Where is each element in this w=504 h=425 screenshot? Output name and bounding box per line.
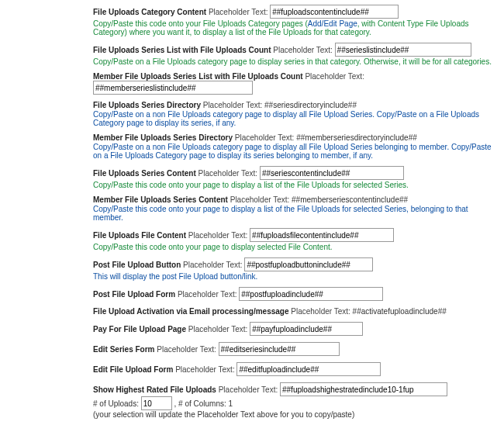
placeholder-label: Placeholder Text: xyxy=(273,46,334,54)
show-highest-rated-block: Show Highest Rated File Uploads Placehol… xyxy=(6,381,498,423)
highest-rated-columns-value: 1 xyxy=(229,399,233,408)
item-title: Pay For File Upload Page xyxy=(93,325,188,333)
item-title: File Uploads Series List with File Uploa… xyxy=(93,46,273,54)
item-title: Post File Upload Button xyxy=(93,261,183,269)
placeholder-label: Placeholder Text: xyxy=(230,195,292,204)
item-title: Member File Uploads Series Content xyxy=(93,195,230,204)
placeholder-label: Placeholder Text: xyxy=(188,231,250,240)
item-description: Copy/Paste this code onto your File Uplo… xyxy=(93,19,498,36)
placeholder-input[interactable] xyxy=(239,287,383,301)
item-title: File Uploads Category Content xyxy=(93,8,209,16)
placeholder-input[interactable] xyxy=(236,362,381,376)
item-title: File Uploads Series Directory xyxy=(93,101,203,109)
placeholder-input[interactable] xyxy=(335,43,471,57)
placeholder-input[interactable] xyxy=(250,228,394,242)
placeholder-value: ##memberseriescontentinclude## xyxy=(292,195,408,204)
placeholder-block: Member File Uploads Series Content Place… xyxy=(6,194,498,226)
placeholder-block: Member File Uploads Series Directory Pla… xyxy=(6,132,498,164)
item-description: Copy/Paste on a non File Uploads categor… xyxy=(93,142,498,160)
placeholder-label: Placeholder Text: xyxy=(235,133,296,142)
placeholder-input[interactable] xyxy=(244,257,373,271)
placeholder-label: Placeholder Text: xyxy=(157,345,218,354)
placeholder-block: File Upload Activation via Email process… xyxy=(6,306,498,320)
placeholder-value: ##activatefuploadinclude## xyxy=(353,307,447,316)
placeholder-block: Edit File Upload Form Placeholder Text: xyxy=(6,361,498,381)
highest-rated-placeholder-input[interactable] xyxy=(280,382,447,396)
placeholder-label: Placeholder Text: xyxy=(209,8,270,16)
placeholder-block: Edit Series Form Placeholder Text: xyxy=(6,340,498,361)
item-title: Post File Upload Form xyxy=(93,290,178,299)
item-description: Copy/Paste this code onto your page to d… xyxy=(93,204,498,222)
placeholder-block: File Uploads Series Directory Placeholde… xyxy=(6,99,498,132)
placeholder-value: ##seriesdirectoryinclude## xyxy=(264,101,357,109)
placeholder-block: File Uploads Series List with File Uploa… xyxy=(6,41,498,71)
highest-rated-uploads-input[interactable] xyxy=(141,396,172,410)
item-description: Copy/Paste this code onto your page to d… xyxy=(93,242,498,251)
placeholder-input[interactable] xyxy=(250,322,363,336)
placeholder-label: Placeholder Text: xyxy=(183,261,244,269)
placeholder-label: Placeholder Text: xyxy=(188,325,250,333)
item-description: This will display the post File Upload b… xyxy=(93,271,498,281)
placeholder-label: Placeholder Text: xyxy=(198,169,260,178)
columns-label: , # of Columns: xyxy=(174,399,226,408)
placeholder-block: File Uploads Category Content Placeholde… xyxy=(6,3,498,41)
placeholder-label: Placeholder Text: xyxy=(291,307,352,316)
placeholder-block: Post File Upload Form Placeholder Text: xyxy=(6,285,498,306)
placeholder-block: Post File Upload Button Placeholder Text… xyxy=(6,256,498,285)
placeholder-input[interactable] xyxy=(260,166,404,180)
item-title: Member File Uploads Series List with Fil… xyxy=(93,72,305,81)
placeholder-label: Placeholder Text: xyxy=(305,72,364,81)
placeholder-label: Placeholder Text: xyxy=(175,365,236,374)
placeholder-label: Placeholder Text: xyxy=(219,385,278,394)
placeholder-block: Pay For File Upload Page Placeholder Tex… xyxy=(6,320,498,340)
item-title: Member File Uploads Series Directory xyxy=(93,133,235,142)
placeholder-input[interactable] xyxy=(219,342,340,356)
placeholder-input[interactable] xyxy=(270,5,399,19)
item-description: Copy/Paste this code onto your page to d… xyxy=(93,180,498,189)
item-title: Show Highest Rated File Uploads xyxy=(93,385,216,394)
placeholder-block: Member File Uploads Series List with Fil… xyxy=(6,71,498,99)
placeholder-label: Placeholder Text: xyxy=(178,290,239,299)
item-description: Copy/Paste on a non File Uploads categor… xyxy=(93,109,498,127)
placeholder-block: File Uploads File Content Placeholder Te… xyxy=(6,226,498,256)
placeholder-input[interactable] xyxy=(93,81,253,95)
item-title: Edit Series Form xyxy=(93,345,157,354)
placeholder-label: Placeholder Text: xyxy=(203,101,264,109)
item-title: File Uploads File Content xyxy=(93,231,188,240)
item-title: Edit File Upload Form xyxy=(93,365,175,374)
highest-rated-note: (your selection will update the Placehol… xyxy=(93,410,498,419)
placeholder-block: File Uploads Series Content Placeholder … xyxy=(6,164,498,194)
item-description: Copy/Paste on a File Uploads category pa… xyxy=(93,57,498,66)
item-title: File Upload Activation via Email process… xyxy=(93,307,291,316)
placeholder-value: ##memberseriesdirectoryinclude## xyxy=(296,133,417,142)
uploads-label: # of Uploads: xyxy=(93,399,139,408)
item-title: File Uploads Series Content xyxy=(93,169,198,178)
